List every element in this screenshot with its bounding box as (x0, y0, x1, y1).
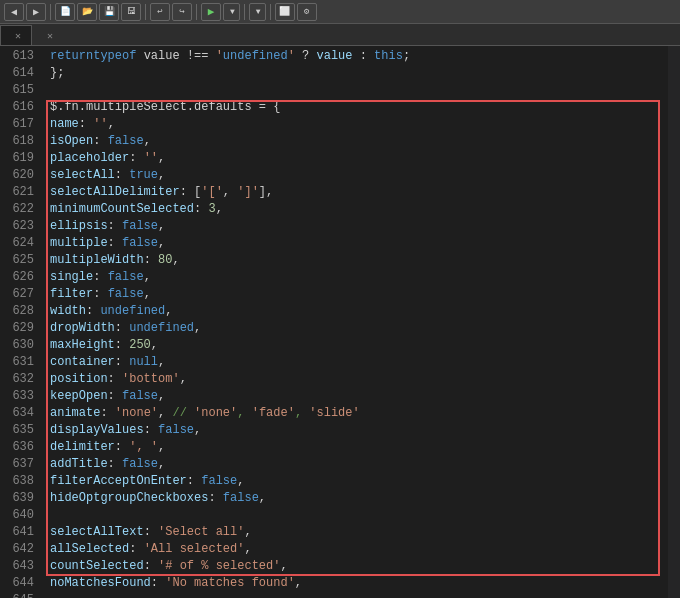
code-line: minimumCountSelected: 3, (50, 201, 668, 218)
line-number: 640 (0, 507, 34, 524)
toolbar-separator-1 (50, 4, 51, 20)
line-number: 623 (0, 218, 34, 235)
toolbar-separator-4 (244, 4, 245, 20)
forward-button[interactable]: ▶ (26, 3, 46, 21)
save-all-button[interactable]: 🖫 (121, 3, 141, 21)
dropdown-arrow-icon: ▼ (230, 7, 235, 16)
tab-close-icon[interactable]: ✕ (13, 30, 23, 42)
code-line: dropWidth: undefined, (50, 320, 668, 337)
code-line: width: undefined, (50, 303, 668, 320)
code-editor: 6136146156166176186196206216226236246256… (0, 46, 680, 598)
code-line: position: 'bottom', (50, 371, 668, 388)
save-button[interactable]: 💾 (99, 3, 119, 21)
code-line (50, 507, 668, 524)
cpu-dropdown[interactable]: ▼ (249, 3, 266, 21)
toolbar: ◀ ▶ 📄 📂 💾 🖫 ↩ ↪ ▶ ▼ ▼ ⬜ ⚙ (0, 0, 680, 24)
line-number: 634 (0, 405, 34, 422)
tab-close-icon[interactable]: ✕ (45, 30, 55, 42)
line-number: 641 (0, 524, 34, 541)
toolbar-separator-3 (196, 4, 197, 20)
undo-button[interactable]: ↩ (150, 3, 170, 21)
code-line: container: null, (50, 354, 668, 371)
code-line: return typeof value !== 'undefined' ? va… (50, 48, 668, 65)
editor-tabs: ✕ ✕ (0, 24, 680, 46)
line-number: 616 (0, 99, 34, 116)
code-line: selectAllDelimiter: ['[', ']'], (50, 184, 668, 201)
line-number: 624 (0, 235, 34, 252)
line-number: 622 (0, 201, 34, 218)
line-number: 617 (0, 116, 34, 133)
line-number: 626 (0, 269, 34, 286)
run-button[interactable]: ▶ (201, 3, 221, 21)
line-number: 632 (0, 371, 34, 388)
minimap (668, 46, 680, 598)
line-number: 629 (0, 320, 34, 337)
tab-index-js[interactable] (64, 25, 82, 45)
code-line: allSelected: 'All selected', (50, 541, 668, 558)
line-number: 635 (0, 422, 34, 439)
code-line: hideOptgroupCheckboxes: false, (50, 490, 668, 507)
code-line: isOpen: false, (50, 133, 668, 150)
line-number: 633 (0, 388, 34, 405)
code-line: delimiter: ', ', (50, 439, 668, 456)
toolbar-separator-5 (270, 4, 271, 20)
code-line: name: '', (50, 116, 668, 133)
open-file-button[interactable]: 📂 (77, 3, 97, 21)
code-line: filterAcceptOnEnter: false, (50, 473, 668, 490)
redo-button[interactable]: ↪ (172, 3, 192, 21)
code-line: countSelected: '# of % selected', (50, 558, 668, 575)
line-number: 613 (0, 48, 34, 65)
line-number: 625 (0, 252, 34, 269)
code-line (50, 592, 668, 598)
code-line: ellipsis: false, (50, 218, 668, 235)
line-number: 630 (0, 337, 34, 354)
back-button[interactable]: ◀ (4, 3, 24, 21)
tab-multiple-select[interactable]: ✕ (0, 25, 32, 45)
line-number: 618 (0, 133, 34, 150)
code-line: maxHeight: 250, (50, 337, 668, 354)
line-number: 631 (0, 354, 34, 371)
line-number: 614 (0, 65, 34, 82)
toolbar-separator-2 (145, 4, 146, 20)
code-line: placeholder: '', (50, 150, 668, 167)
code-line: single: false, (50, 269, 668, 286)
line-number: 645 (0, 592, 34, 598)
line-number: 620 (0, 167, 34, 184)
code-line: $.fn.multipleSelect.defaults = { (50, 99, 668, 116)
line-number: 615 (0, 82, 34, 99)
code-line: }; (50, 65, 668, 82)
line-number: 639 (0, 490, 34, 507)
line-number: 637 (0, 456, 34, 473)
code-line (50, 82, 668, 99)
code-line: selectAllText: 'Select all', (50, 524, 668, 541)
line-number: 628 (0, 303, 34, 320)
settings-button[interactable]: ⚙ (297, 3, 317, 21)
code-line: displayValues: false, (50, 422, 668, 439)
window-manage-button[interactable]: ⬜ (275, 3, 295, 21)
line-number: 642 (0, 541, 34, 558)
line-number: 643 (0, 558, 34, 575)
line-number: 636 (0, 439, 34, 456)
new-file-button[interactable]: 📄 (55, 3, 75, 21)
code-line: keepOpen: false, (50, 388, 668, 405)
line-number: 627 (0, 286, 34, 303)
code-line: multipleWidth: 80, (50, 252, 668, 269)
tab-index-cshtml[interactable]: ✕ (32, 25, 64, 45)
line-number: 619 (0, 150, 34, 167)
code-line: animate: 'none', // 'none', 'fade', 'sli… (50, 405, 668, 422)
code-line: multiple: false, (50, 235, 668, 252)
code-line: addTitle: false, (50, 456, 668, 473)
code-content[interactable]: return typeof value !== 'undefined' ? va… (42, 46, 668, 598)
code-line: filter: false, (50, 286, 668, 303)
line-number: 638 (0, 473, 34, 490)
code-line: selectAll: true, (50, 167, 668, 184)
cpu-dropdown-arrow-icon: ▼ (256, 7, 261, 16)
code-line: noMatchesFound: 'No matches found', (50, 575, 668, 592)
line-number: 644 (0, 575, 34, 592)
line-number: 621 (0, 184, 34, 201)
line-numbers: 6136146156166176186196206216226236246256… (0, 46, 42, 598)
debug-dropdown[interactable]: ▼ (223, 3, 240, 21)
